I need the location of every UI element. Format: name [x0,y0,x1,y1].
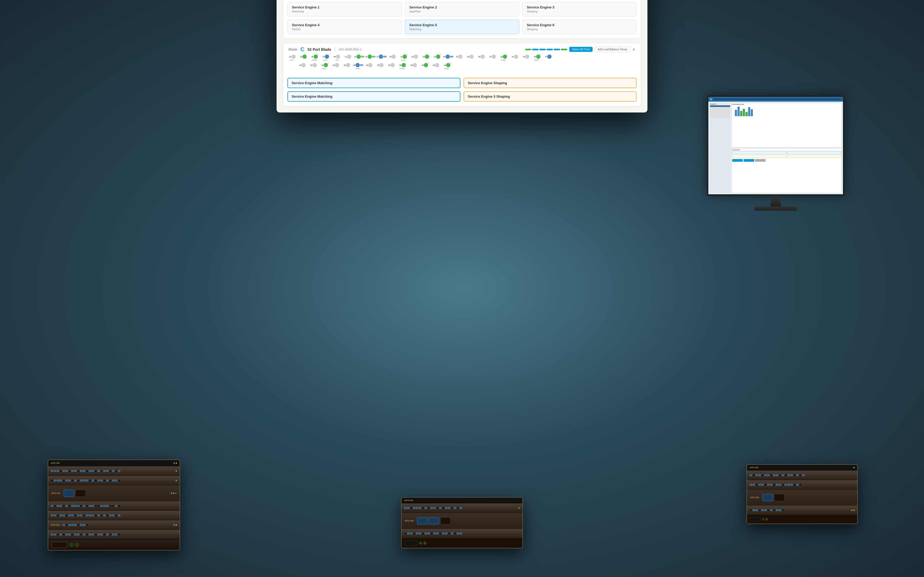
port-47[interactable]: 47 [543,55,553,61]
add-lb-group-button[interactable]: Add Load Balance Group [595,47,630,52]
port-05-alert: ▲ [317,55,319,55]
port-37-circle [492,55,496,59]
ports-row1: 01 Port n... 03 [283,55,641,76]
port-27[interactable]: 27 ▲ [432,55,442,61]
port-03[interactable]: 03 [299,55,309,61]
port-25[interactable]: 25 [421,55,431,61]
hw-logo-r2: APCON [750,496,759,499]
port-20[interactable]: 20 [309,63,319,69]
port-30-circle [368,63,372,67]
hw-logo-r1: APCON [750,466,759,469]
conn-box-1-label: Service Engine Matching [292,81,456,85]
port-35[interactable]: 35 [477,55,487,61]
hw-logo-left: APCON [51,462,60,464]
port-39[interactable]: 39 TestSp... [499,55,509,61]
port-43[interactable]: 43 [521,55,531,61]
port-45-alert: ▲ [540,55,541,55]
port-29-circle [446,55,450,59]
port-31[interactable]: 31 [454,55,464,61]
monitor-screen: Navigation Load Balance Pool [707,95,845,196]
se-6-title: Service Engine 6 [527,23,632,27]
port-32[interactable]: 32 [375,63,385,69]
port-28[interactable]: 28 100 markL... [353,63,363,69]
port-37[interactable]: 37 [488,55,498,61]
port-13-badge: 100 [361,56,364,58]
port-34[interactable]: 34 [386,63,397,69]
hardware-rack-center: APCON APCON [401,497,523,551]
connection-box-2[interactable]: Service Engine Shaping [464,78,636,88]
port-28-circle [355,63,360,67]
port-38-circle [413,63,417,67]
connection-box-3[interactable]: Service Engine Matching [288,91,460,102]
port-31-circle [458,55,462,59]
se-1-role: Matching [292,10,397,13]
port-41-circle [514,55,518,59]
port-11[interactable]: 11 [343,55,353,61]
port-29[interactable]: 29 100 ▲ [443,55,453,61]
port-41[interactable]: 41 [510,55,520,61]
port-36-circle [402,63,406,67]
se-3-role: Shaping [527,10,632,13]
se-1-title: Service Engine 1 [292,5,397,9]
se-6-role: Shaping [527,27,632,31]
se-card-1[interactable]: Service Engine 1 Matching [288,2,402,16]
port-09[interactable]: 09 C09 [332,55,342,61]
port-13-circle [357,55,361,59]
port-01[interactable]: 01 Port n... [288,55,297,61]
port-18-circle [302,63,306,67]
monitor-base [754,206,797,211]
port-26[interactable]: 26 [342,63,352,69]
se-5-role: Matching [409,27,514,31]
port-23[interactable]: 23 [410,55,420,61]
port-09-circle [336,55,340,59]
monitor: Navigation Load Balance Pool [707,95,845,211]
se-card-5[interactable]: Service Engine 5 Matching [405,19,519,34]
port-42[interactable]: 42 [431,63,441,69]
port-44[interactable]: 44 ▲ Delete... [442,63,452,69]
port-36[interactable]: 36 TestSp... [397,63,408,69]
port-17-badge: 100 [383,56,386,58]
se-card-6[interactable]: Service Engine 6 Shaping [522,19,636,34]
select-all-ports-button[interactable]: Select All Ports [569,47,592,52]
port-07[interactable]: 07 ▲ okoko... [321,55,331,61]
port-38[interactable]: 38 [409,63,419,69]
port-05[interactable]: 05 ▲ 123456... [310,55,320,61]
port-13[interactable]: 13 100 [354,55,364,61]
blade-c-collapse-button[interactable]: ∧ [632,47,635,52]
se-card-2[interactable]: Service Engine 2 AppFilter [405,2,519,16]
se-card-4[interactable]: Service Engine 4 Dedup [288,19,402,34]
port-35-circle [481,55,485,59]
port-19[interactable]: 19 [388,55,397,61]
port-27-alert: ▲ [439,55,441,55]
port-18[interactable]: 18 [297,63,308,69]
port-40[interactable]: 40 ▲ [420,63,430,69]
port-42-circle [435,63,439,67]
blade-c-letter: C [300,46,304,52]
port-45[interactable]: 45 ▲ Delete... [532,55,542,61]
port-33-circle [469,55,474,59]
port-30[interactable]: 30 [364,63,374,69]
port-22[interactable]: 22 ▲ markL... [320,63,330,69]
port-15-badge: 100 [372,56,375,58]
port-33[interactable]: 33 [465,55,475,61]
port-15[interactable]: 15 100 [365,55,375,61]
port-17-circle [379,55,383,59]
se-4-title: Service Engine 4 [292,23,397,27]
port-47-circle [547,55,552,59]
monitor-stand [768,196,783,206]
port-29-badge: 100 [450,56,453,58]
blade-c-type: 52 Port Blade [308,47,331,52]
se-4-role: Dedup [292,27,397,31]
hardware-rack-right: APCON [746,464,858,524]
se-card-3[interactable]: Service Engine 3 Shaping [522,2,636,16]
conn-box-4-label: Service Engine 3 Shaping [468,95,632,98]
port-32-circle [380,63,384,67]
port-17[interactable]: 17 100 [376,55,386,61]
connection-box-4[interactable]: Service Engine 3 Shaping [464,91,636,102]
port-24[interactable]: 24 [331,63,341,69]
port-11-circle [347,55,351,59]
port-34-circle [391,63,395,67]
conn-box-2-label: Service Engine Shaping [468,81,632,85]
connection-box-1[interactable]: Service Engine Matching [288,78,460,88]
port-21[interactable]: 21 ▲ markL... [399,55,409,61]
